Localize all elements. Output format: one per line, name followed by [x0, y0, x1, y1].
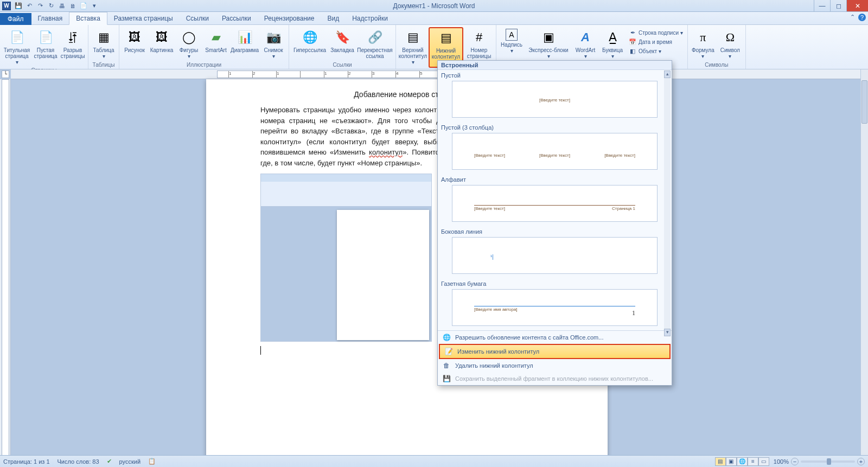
tab-mailings[interactable]: Рассылки	[215, 12, 258, 24]
status-spellcheck[interactable]: ✔	[107, 458, 112, 465]
gallery-preview-newsprint[interactable]: [Введите имя автора] 1	[452, 289, 658, 326]
page-break-button[interactable]: ⭿Разрыв страницы	[60, 27, 86, 61]
help-icon[interactable]: ?	[858, 14, 866, 21]
bookmark-icon: 🔖	[334, 29, 351, 46]
hyperlink-button[interactable]: 🌐Гиперссылка	[291, 27, 328, 55]
wordart-icon: A	[577, 29, 594, 46]
textbox-button[interactable]: AНадпись ▾	[499, 27, 525, 55]
view-print-layout[interactable]: ▤	[715, 457, 726, 466]
qat-preview-icon[interactable]: 🗎	[68, 2, 77, 10]
tab-layout[interactable]: Разметка страницы	[107, 12, 180, 24]
header-button[interactable]: ▤Верхний колонтитул ▾	[398, 27, 427, 67]
crossref-button[interactable]: 🔗Перекрестная ссылка	[356, 27, 393, 61]
qat-new-icon[interactable]: 📄	[79, 2, 88, 10]
minimize-ribbon-icon[interactable]: ⌃	[850, 14, 855, 21]
chart-icon: 📊	[236, 29, 253, 46]
symbol-button[interactable]: ΩСимвол ▾	[717, 27, 743, 61]
gallery-preview-sideline[interactable]: ¹|	[452, 237, 658, 274]
window-title: Документ1 - Microsoft Word	[0, 2, 868, 10]
group-illustrations: 🖼Рисунок 🖼Картинка ◯Фигуры ▾ ▰SmartArt 📊…	[119, 25, 289, 69]
view-full-screen[interactable]: ▣	[726, 457, 737, 466]
globe-icon: 🌐	[301, 29, 318, 46]
globe-icon: 🌐	[442, 333, 451, 342]
picture-button[interactable]: 🖼Рисунок	[122, 27, 148, 55]
scroll-down-icon[interactable]: ▾	[664, 329, 671, 336]
menu-office-com[interactable]: 🌐Разрешить обновление контента с сайта O…	[438, 331, 672, 344]
omega-icon: Ω	[722, 29, 739, 46]
zoom-level[interactable]: 100%	[774, 458, 789, 465]
tab-references[interactable]: Ссылки	[180, 12, 215, 24]
vertical-scrollbar[interactable]	[860, 69, 868, 455]
tab-insert[interactable]: Вставка	[69, 12, 107, 25]
quick-access-toolbar: W 💾 ↶ ↷ ↻ 🖶 🗎 📄 ▾	[0, 2, 99, 10]
chart-button[interactable]: 📊Диаграмма	[230, 27, 259, 55]
gallery-preview-alphabet[interactable]: [Введите текст] Страница 1	[452, 185, 658, 222]
blank-page-button[interactable]: 📄Пустая страница	[33, 27, 59, 61]
view-draft[interactable]: ▭	[758, 457, 769, 466]
close-button[interactable]: ✕	[846, 0, 868, 11]
wordart-button[interactable]: AWordArt ▾	[572, 27, 598, 61]
zoom-slider-thumb[interactable]	[827, 458, 831, 465]
zoom-out-button[interactable]: −	[791, 458, 799, 465]
smartart-button[interactable]: ▰SmartArt	[203, 27, 229, 55]
qat-undo-icon[interactable]: ↶	[25, 2, 34, 10]
embedded-screenshot	[260, 174, 432, 342]
qat-more-icon[interactable]: ▾	[90, 2, 99, 10]
status-page[interactable]: Страница: 1 из 1	[3, 458, 50, 465]
gallery-scrollbar[interactable]: ▴ ▾	[664, 71, 671, 336]
cover-page-button[interactable]: 📄Титульная страница ▾	[2, 27, 31, 67]
tab-review[interactable]: Рецензирование	[258, 12, 321, 24]
ruler-tab-selector[interactable]: └	[2, 71, 9, 78]
gallery-item-label: Алфавит	[441, 175, 668, 184]
vertical-ruler[interactable]	[2, 79, 9, 459]
status-language[interactable]: русский	[119, 458, 141, 465]
gallery-preview-blank[interactable]: [Введите текст]	[452, 81, 658, 118]
signature-line-button[interactable]: ✒Строка подписи ▾	[628, 28, 684, 37]
gallery-item-label: Газетная бумага	[441, 279, 668, 288]
view-buttons: ▤ ▣ 🌐 ≡ ▭	[715, 457, 769, 466]
equation-button[interactable]: πФормула ▾	[690, 27, 716, 61]
camera-icon: 📷	[265, 29, 282, 46]
minimize-button[interactable]: —	[814, 0, 830, 11]
qat-save-icon[interactable]: 💾	[14, 2, 23, 10]
menu-edit-footer[interactable]: 📝Изменить нижний колонтитул	[439, 344, 671, 359]
tab-addins[interactable]: Надстройки	[346, 12, 394, 24]
edit-icon: 📝	[444, 347, 453, 356]
save-icon: 💾	[442, 374, 451, 383]
tab-home[interactable]: Главная	[31, 12, 69, 24]
insert-icon: 📋	[148, 458, 156, 465]
shapes-button[interactable]: ◯Фигуры ▾	[176, 27, 202, 61]
scrollbar-thumb[interactable]	[861, 80, 867, 124]
view-web-layout[interactable]: 🌐	[737, 457, 748, 466]
quickparts-button[interactable]: ▣Экспресс-блоки ▾	[526, 27, 571, 61]
clipart-button[interactable]: 🖼Картинка	[149, 27, 175, 55]
object-button[interactable]: ◧Объект ▾	[628, 47, 684, 55]
ribbon-tabs: Файл Главная Вставка Разметка страницы С…	[0, 12, 868, 25]
vertical-ruler-wrap	[0, 79, 11, 455]
dropcap-button[interactable]: A̲Буквица ▾	[599, 27, 626, 61]
screenshot-button[interactable]: 📷Снимок ▾	[260, 27, 286, 61]
table-button[interactable]: ▦Таблица ▾	[91, 27, 117, 61]
datetime-button[interactable]: 📅Дата и время	[628, 37, 684, 46]
qat-refresh-icon[interactable]: ↻	[47, 2, 55, 10]
scroll-up-icon[interactable]: ▴	[664, 71, 671, 78]
status-words[interactable]: Число слов: 83	[58, 458, 99, 465]
textbox-icon: A	[506, 29, 518, 41]
tab-view[interactable]: Вид	[321, 12, 346, 24]
qat-print-icon[interactable]: 🖶	[58, 2, 66, 10]
file-tab[interactable]: Файл	[0, 13, 31, 25]
group-tables: ▦Таблица ▾ Таблицы	[88, 25, 119, 69]
page-icon: 📄	[8, 29, 25, 46]
status-insert-mode[interactable]: 📋	[148, 458, 156, 465]
zoom-slider[interactable]	[801, 460, 855, 463]
word-icon[interactable]: W	[2, 2, 11, 10]
gallery-preview-3col[interactable]: [Введите текст] [Введите текст] [Введите…	[452, 133, 658, 170]
maximize-button[interactable]: ◻	[830, 0, 846, 11]
bookmark-button[interactable]: 🔖Закладка	[329, 27, 355, 55]
object-icon: ◧	[629, 47, 636, 55]
qat-redo-icon[interactable]: ↷	[36, 2, 44, 10]
footer-gallery: Встроенный ▴ ▾ Пустой [Введите текст] Пу…	[437, 60, 672, 386]
view-outline[interactable]: ≡	[748, 457, 758, 466]
menu-remove-footer[interactable]: 🗑Удалить нижний колонтитул	[438, 359, 672, 372]
zoom-in-button[interactable]: +	[857, 458, 865, 465]
